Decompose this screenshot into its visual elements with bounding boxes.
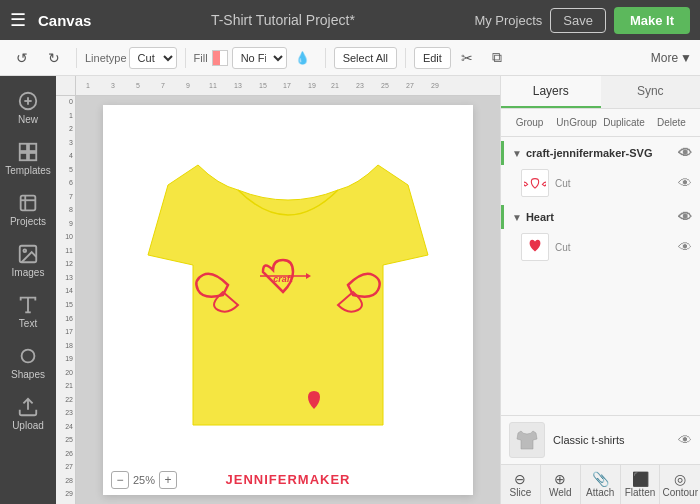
- list-item[interactable]: Cut 👁: [501, 229, 700, 265]
- app-title: Canvas: [38, 12, 91, 29]
- my-projects-link[interactable]: My Projects: [474, 13, 542, 28]
- redo-icon[interactable]: ↻: [40, 44, 68, 72]
- layer-group-craft-svg-eye-icon[interactable]: 👁: [678, 145, 692, 161]
- sidebar-text-label: Text: [19, 318, 37, 329]
- layer-group-craft-svg-name: craft-jennifermaker-SVG: [526, 147, 674, 159]
- ruler-horizontal: 1 3 5 7 9 11 13 15 17 19 21 23 25 27 29 …: [76, 76, 500, 96]
- ungroup-button[interactable]: UnGroup: [554, 113, 599, 132]
- layer-group-craft-svg-header[interactable]: ▼ craft-jennifermaker-SVG 👁: [501, 141, 700, 165]
- weld-button[interactable]: ⊕ Weld: [541, 465, 581, 504]
- material-thumbnail: [509, 422, 545, 458]
- attach-icon: 📎: [583, 471, 618, 487]
- heart-thumb: [521, 233, 549, 261]
- sidebar-item-upload[interactable]: Upload: [3, 390, 53, 437]
- sidebar-item-images[interactable]: Images: [3, 237, 53, 284]
- craft-svg-type: Cut: [555, 178, 672, 189]
- ruler-tick-11: 11: [56, 247, 75, 261]
- tab-sync[interactable]: Sync: [601, 76, 701, 108]
- sidebar-item-text[interactable]: Text: [3, 288, 53, 335]
- layers-list: ▼ craft-jennifermaker-SVG 👁 Cut: [501, 137, 700, 415]
- flatten-button[interactable]: ⬛ Flatten: [621, 465, 661, 504]
- fill-color-swatch[interactable]: [212, 50, 228, 66]
- ruler-tick-6: 6: [56, 179, 75, 193]
- zoom-out-button[interactable]: −: [111, 471, 129, 489]
- ruler-tick-14: 14: [56, 287, 75, 301]
- list-item[interactable]: Cut 👁: [501, 165, 700, 201]
- layer-group-heart-eye-icon[interactable]: 👁: [678, 209, 692, 225]
- attach-button[interactable]: 📎 Attach: [581, 465, 621, 504]
- toolbar: ↺ ↻ Linetype Cut Fill No Fill 💧 Select A…: [0, 40, 700, 76]
- canvas-white-area: craft JENNIFERMAKER −: [103, 105, 473, 495]
- layer-group-heart-header[interactable]: ▼ Heart 👁: [501, 205, 700, 229]
- canvas-body: 0 1 2 3 4 5 6 7 8 9 10 11 12 13 14 15 16…: [56, 96, 500, 504]
- sidebar-shapes-label: Shapes: [11, 369, 45, 380]
- zoom-indicator: − 25% +: [111, 471, 177, 489]
- hamburger-icon[interactable]: ☰: [10, 9, 26, 31]
- slice-icon: ⊖: [503, 471, 538, 487]
- duplicate-button[interactable]: Duplicate: [601, 113, 647, 132]
- weld-label: Weld: [549, 487, 572, 498]
- ruler-tick-23: 23: [56, 409, 75, 423]
- material-eye-icon[interactable]: 👁: [678, 432, 692, 448]
- flatten-icon: ⬛: [623, 471, 658, 487]
- edit-button[interactable]: Edit: [414, 47, 451, 69]
- svg-rect-7: [21, 196, 36, 211]
- fill-group: Fill No Fill 💧: [194, 44, 317, 72]
- contour-button[interactable]: ◎ Contour: [660, 465, 700, 504]
- undo-icon[interactable]: ↺: [8, 44, 36, 72]
- linetype-group: Linetype Cut: [85, 47, 177, 69]
- make-it-button[interactable]: Make It: [614, 7, 690, 34]
- scissors-icon[interactable]: ✂: [453, 44, 481, 72]
- more-button[interactable]: More ▼: [651, 51, 692, 65]
- svg-rect-5: [20, 153, 27, 160]
- craft-svg-thumb: [521, 169, 549, 197]
- jennifer-maker-branding: JENNIFERMAKER: [226, 472, 351, 487]
- zoom-percent: 25%: [133, 474, 155, 486]
- ruler-tick-20: 20: [56, 369, 75, 383]
- left-sidebar: New Templates Projects Images Text Shape…: [0, 76, 56, 504]
- attach-label: Attach: [586, 487, 614, 498]
- ruler-tick-8: 8: [56, 206, 75, 220]
- slice-button[interactable]: ⊖ Slice: [501, 465, 541, 504]
- fill-dropper-icon[interactable]: 💧: [289, 44, 317, 72]
- craft-svg-eye-icon[interactable]: 👁: [678, 175, 692, 191]
- ruler-tick-25: 25: [56, 436, 75, 450]
- contour-label: Contour: [662, 487, 698, 498]
- ruler-tick-17: 17: [56, 328, 75, 342]
- zoom-in-button[interactable]: +: [159, 471, 177, 489]
- heart-thumb-icon: [526, 238, 544, 256]
- save-button[interactable]: Save: [550, 8, 606, 33]
- project-title: T-Shirt Tutorial Project*: [103, 12, 462, 28]
- bottom-actions-row: ⊖ Slice ⊕ Weld 📎 Attach ⬛ Flatten ◎ Cont…: [501, 464, 700, 504]
- copy-icon[interactable]: ⧉: [483, 44, 511, 72]
- select-all-button[interactable]: Select All: [334, 47, 397, 69]
- ruler-tick-7: 7: [56, 193, 75, 207]
- top-nav: ☰ Canvas T-Shirt Tutorial Project* My Pr…: [0, 0, 700, 40]
- ruler-tick-12: 12: [56, 260, 75, 274]
- heart-eye-icon[interactable]: 👁: [678, 239, 692, 255]
- toolbar-separator-1: [76, 48, 77, 68]
- sidebar-item-templates[interactable]: Templates: [3, 135, 53, 182]
- sidebar-item-shapes[interactable]: Shapes: [3, 339, 53, 386]
- fill-select[interactable]: No Fill: [232, 47, 287, 69]
- svg-point-11: [23, 249, 26, 252]
- linetype-select[interactable]: Cut: [129, 47, 177, 69]
- sidebar-item-projects[interactable]: Projects: [3, 186, 53, 233]
- canvas-workspace[interactable]: craft JENNIFERMAKER −: [76, 96, 500, 504]
- tab-layers[interactable]: Layers: [501, 76, 601, 108]
- sidebar-item-new[interactable]: New: [3, 84, 53, 131]
- ruler-tick-1: 1: [56, 112, 75, 126]
- group-button[interactable]: Group: [507, 113, 552, 132]
- ruler-tick-5: 5: [56, 166, 75, 180]
- slice-label: Slice: [510, 487, 532, 498]
- flatten-label: Flatten: [625, 487, 656, 498]
- ruler-corner: [56, 76, 76, 96]
- canvas-area: 1 3 5 7 9 11 13 15 17 19 21 23 25 27 29 …: [56, 76, 500, 504]
- delete-button[interactable]: Delete: [649, 113, 694, 132]
- canvas-top-ruler: 1 3 5 7 9 11 13 15 17 19 21 23 25 27 29 …: [56, 76, 500, 96]
- ruler-tick-15: 15: [56, 301, 75, 315]
- ruler-tick-16: 16: [56, 315, 75, 329]
- ruler-tick-27: 27: [56, 463, 75, 477]
- sidebar-projects-label: Projects: [10, 216, 46, 227]
- chevron-down-icon: ▼: [512, 148, 522, 159]
